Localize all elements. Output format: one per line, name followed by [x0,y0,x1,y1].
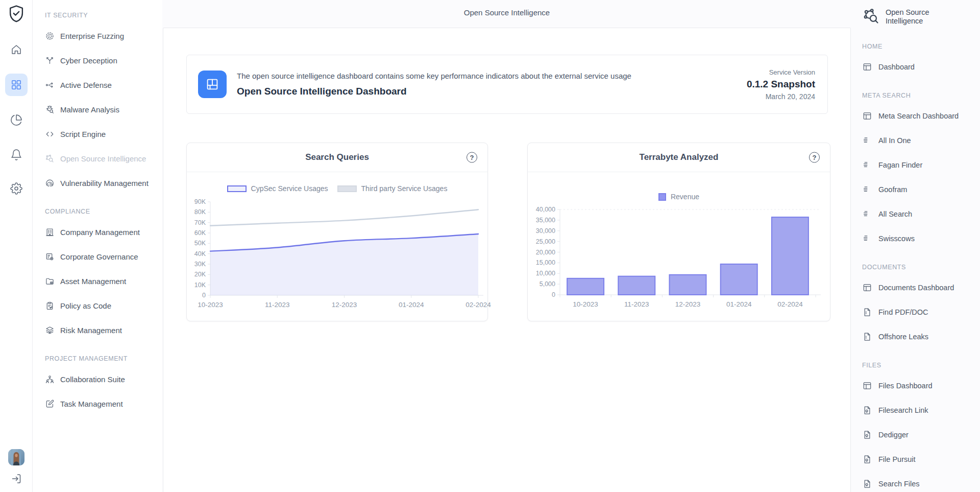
svg-text:11-2023: 11-2023 [624,300,649,308]
right-item-dedigger[interactable]: Dedigger [862,423,980,447]
menu-item-label: Collaboration Suite [60,375,125,384]
svg-text:01-2024: 01-2024 [726,300,752,308]
menu-item-label: Goofram [878,185,907,194]
org-people-icon [45,374,55,384]
shield-check-icon [7,4,26,24]
sidebar-item-active-defense[interactable]: Active Defense [45,73,162,97]
legend-label: Third party Service Usages [361,184,448,193]
svg-text:11-2023: 11-2023 [265,301,290,309]
svg-text:30K: 30K [194,261,206,268]
menu-item-label: Enterprise Fuzzing [60,32,124,40]
sidebar-section-compliance: COMPLIANCE [45,206,162,217]
right-item-fagan-finder[interactable]: Fagan Finder [862,153,980,177]
legend-label: Revenue [671,193,699,201]
right-item-search-files[interactable]: Search Files [862,472,980,492]
right-section-files: FILES [862,360,980,370]
legend-item-revenue[interactable]: Revenue [658,193,699,201]
right-item-all-in-one[interactable]: All In One [862,128,980,153]
code-icon [45,129,55,139]
svg-text:20K: 20K [194,271,206,278]
right-item-all-search[interactable]: All Search [862,202,980,226]
svg-text:10,000: 10,000 [536,270,555,277]
avatar-photo [8,449,24,465]
menu-item-label: Dedigger [878,431,909,439]
menu-item-label: Files Dashboard [878,382,933,390]
rail-pie-chart-button[interactable] [5,109,28,131]
file-circle-icon [862,430,872,440]
list-icon [862,184,872,195]
logout-button[interactable] [10,473,22,485]
legend-swatch [658,193,666,201]
sidebar-item-malware-analysis[interactable]: Malware Analysis [45,97,162,122]
sidebar-item-collaboration-suite[interactable]: Collaboration Suite [45,367,162,391]
right-item-meta-search-dashboard[interactable]: Meta Search Dashboard [862,104,980,128]
chart-legend: CypSec Service UsagesThird party Service… [187,183,487,194]
sidebar-item-cyber-deception[interactable]: Cyber Deception [45,48,162,73]
sidebar-section-it-security: IT SECURITY [45,10,162,20]
sidebar-item-company-management[interactable]: Company Management [45,220,162,244]
sidebar-item-open-source-intelligence[interactable]: Open Source Intelligence [45,146,162,171]
sidebar-item-policy-as-code[interactable]: Policy as Code [45,293,162,318]
menu-item-label: Company Management [60,228,140,237]
sidebar-item-task-management[interactable]: Task Management [45,391,162,416]
version-value: 0.1.2 Snapshot [747,79,815,90]
menu-item-label: Asset Management [60,277,126,286]
rail-bell-button[interactable] [5,144,28,166]
file-circle-icon [862,454,872,464]
svg-text:0: 0 [202,292,206,299]
right-item-documents-dashboard[interactable]: Documents Dashboard [862,275,980,300]
svg-text:01-2024: 01-2024 [399,301,424,309]
user-avatar[interactable] [8,449,24,465]
help-icon[interactable] [467,152,477,163]
right-item-find-pdf-doc[interactable]: Find PDF/DOC [862,300,980,324]
svg-text:20,000: 20,000 [536,249,555,256]
menu-item-label: Dashboard [878,63,915,71]
svg-text:80K: 80K [194,208,206,216]
right-sidebar-body: HOMEDashboardMETA SEARCHMeta Search Dash… [862,41,980,492]
svg-text:0: 0 [552,291,555,298]
svg-text:10-2023: 10-2023 [573,300,598,308]
file-circle-icon [862,405,872,415]
rail-grid-button[interactable] [5,74,28,96]
right-section-home: HOME [862,41,980,52]
svg-text:25,000: 25,000 [536,238,555,245]
svg-text:60K: 60K [194,229,206,237]
sidebar-item-vulnerability-management[interactable]: Vulnerability Management [45,171,162,195]
sidebar-item-script-engine[interactable]: Script Engine [45,122,162,146]
doc-dashed-icon [862,332,872,342]
rail-settings-button[interactable] [5,177,28,200]
right-item-goofram[interactable]: Goofram [862,177,980,202]
right-item-file-pursuit[interactable]: File Pursuit [862,447,980,472]
sidebar-item-asset-management[interactable]: Asset Management [45,269,162,293]
chart-card-header: Search Queries [187,143,487,172]
target-dashed-icon [45,31,55,41]
svg-text:90K: 90K [194,198,206,205]
legend-item-third-party-service-usages[interactable]: Third party Service Usages [337,184,448,193]
legend-label: CypSec Service Usages [251,184,328,193]
legend-swatch [337,185,357,192]
right-section-documents: DOCUMENTS [862,262,980,272]
right-item-filesearch-link[interactable]: Filesearch Link [862,398,980,423]
file-circle-icon [862,479,872,489]
right-item-swisscows[interactable]: Swisscows [862,226,980,251]
left-sidebar: IT SECURITYEnterprise FuzzingCyber Decep… [33,0,162,492]
version-label: Service Version [747,68,815,76]
menu-item-label: Documents Dashboard [878,284,954,292]
search-queries-card: Search Queries CypSec Service UsagesThir… [186,143,488,321]
osint-icon [862,7,880,26]
svg-text:02-2024: 02-2024 [777,300,803,308]
doc-dashed-icon [862,307,872,317]
sidebar-item-enterprise-fuzzing[interactable]: Enterprise Fuzzing [45,24,162,48]
legend-item-cypsec-service-usages[interactable]: CypSec Service Usages [227,184,328,193]
help-icon[interactable] [809,152,820,163]
right-item-offshore-leaks[interactable]: Offshore Leaks [862,324,980,349]
sidebar-item-corporate-governance[interactable]: Corporate Governance [45,244,162,269]
service-version-block: Service Version 0.1.2 Snapshot March 20,… [747,68,815,101]
svg-text:50K: 50K [194,240,206,247]
flow-split-icon [45,80,55,90]
terrabyte-analyzed-card: Terrabyte Analyzed Revenue 05,00010,0001… [527,143,830,321]
sidebar-item-risk-management[interactable]: Risk Management [45,318,162,342]
right-item-files-dashboard[interactable]: Files Dashboard [862,373,980,398]
right-item-dashboard[interactable]: Dashboard [862,55,980,79]
rail-home-button[interactable] [5,38,28,61]
